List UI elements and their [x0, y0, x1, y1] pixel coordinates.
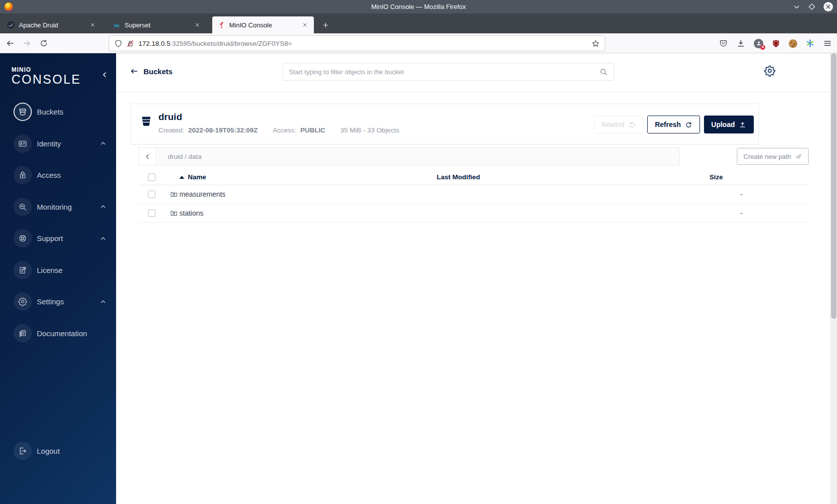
window-titlebar: MinIO Console — Mozilla Firefox — [0, 0, 837, 13]
sidebar-item-label: Identity — [37, 139, 61, 148]
chevron-up-icon[interactable] — [100, 204, 106, 210]
menu-hamburger-icon[interactable] — [823, 39, 832, 48]
tab-apache-druid[interactable]: Apache Druid — [2, 16, 102, 33]
path-bar: druid / data Create new path — [139, 147, 809, 165]
close-tab-icon[interactable] — [193, 21, 201, 29]
tab-superset[interactable]: ∞ Superset — [108, 16, 206, 33]
object-name[interactable]: measurements — [179, 190, 226, 198]
collapse-sidebar-icon[interactable] — [101, 71, 108, 78]
column-header-name[interactable]: Name — [179, 173, 206, 181]
minio-console-logo: MINIO CONSOLE — [11, 66, 81, 87]
minimize-icon[interactable] — [793, 3, 800, 10]
account-icon[interactable]: ✕ — [754, 39, 763, 48]
gear-icon — [13, 292, 32, 311]
filter-objects-search[interactable] — [282, 63, 614, 81]
documentation-icon — [13, 324, 32, 343]
arrow-left-icon — [130, 67, 139, 76]
sidebar-item-label: Settings — [37, 297, 64, 306]
new-path-icon — [795, 153, 802, 160]
search-icon — [599, 68, 608, 76]
sidebar-item-documentation[interactable]: Documentation — [0, 318, 116, 350]
shield-icon[interactable] — [114, 39, 123, 48]
maximize-icon[interactable] — [808, 3, 816, 10]
license-icon — [13, 261, 32, 279]
back-icon[interactable] — [3, 36, 17, 50]
chevron-up-icon[interactable] — [100, 299, 106, 305]
bucket-size-summary: 35 MiB - 33 Objects — [340, 126, 400, 134]
new-tab-icon[interactable] — [319, 18, 332, 31]
scrollbar-thumb[interactable] — [831, 53, 837, 319]
support-icon — [13, 229, 32, 248]
reload-icon[interactable] — [37, 36, 51, 50]
forward-icon[interactable] — [20, 36, 34, 50]
search-input[interactable] — [289, 68, 599, 76]
sidebar-item-label: License — [37, 266, 63, 274]
close-window-icon[interactable] — [824, 2, 833, 11]
url-text[interactable]: 172.18.0.5:32595/buckets/druid/browse/ZG… — [139, 40, 591, 47]
column-header-last-modified[interactable]: Last Modified — [409, 173, 508, 181]
sidebar-item-settings[interactable]: Settings — [0, 286, 116, 318]
chevron-up-icon[interactable] — [100, 140, 106, 146]
chevron-up-icon[interactable] — [100, 236, 106, 242]
lock-icon — [13, 166, 32, 184]
sidebar-item-support[interactable]: Support — [0, 223, 116, 254]
sidebar-item-label: Monitoring — [37, 203, 72, 211]
pocket-icon[interactable] — [719, 39, 728, 48]
breadcrumb: druid / data — [156, 147, 680, 165]
object-size: - — [726, 209, 756, 217]
object-name[interactable]: stations — [179, 209, 203, 217]
ublock-origin-icon[interactable] — [772, 39, 780, 48]
close-tab-icon[interactable] — [89, 21, 97, 29]
extension-asterisk-icon[interactable] — [806, 39, 815, 48]
bookmark-star-icon[interactable] — [591, 39, 600, 48]
sidebar-item-access[interactable]: Access — [0, 159, 116, 191]
vertical-scrollbar[interactable] — [830, 53, 837, 504]
tab-label: Apache Druid — [19, 21, 89, 29]
tab-label: Superset — [125, 21, 193, 29]
path-back-button[interactable] — [139, 147, 156, 165]
row-checkbox[interactable] — [148, 191, 155, 198]
bucket-summary-card: druid Created: 2022-08-19T05:32:09Z Acce… — [131, 104, 759, 144]
downloads-icon[interactable] — [736, 39, 745, 48]
select-all-checkbox[interactable] — [148, 174, 155, 181]
bucket-name: druid — [158, 112, 182, 123]
create-new-path-button[interactable]: Create new path — [737, 148, 809, 165]
upload-button[interactable]: Upload — [704, 116, 754, 133]
row-checkbox[interactable] — [148, 209, 155, 217]
tab-minio-console[interactable]: MinIO Console — [212, 16, 314, 33]
minio-sidebar: MINIO CONSOLE Buckets Identity — [0, 53, 116, 504]
close-tab-icon[interactable] — [301, 21, 309, 29]
access-value: PUBLIC — [300, 126, 325, 134]
insecure-lock-icon[interactable] — [126, 39, 135, 48]
upload-label: Upload — [711, 121, 735, 128]
rewind-button[interactable]: Rewind — [594, 116, 644, 133]
table-row-measurements[interactable]: measurements - — [139, 185, 809, 204]
sidebar-item-license[interactable]: License — [0, 254, 116, 286]
refresh-button[interactable]: Refresh — [647, 116, 699, 133]
url-bar[interactable]: 172.18.0.5:32595/buckets/druid/browse/ZG… — [109, 35, 605, 51]
tab-label: MinIO Console — [229, 21, 301, 29]
cookie-icon[interactable] — [789, 39, 797, 48]
sidebar-item-identity[interactable]: Identity — [0, 128, 116, 160]
folder-icon — [170, 209, 178, 217]
settings-gear-icon[interactable] — [764, 65, 776, 77]
bucket-meta: Created: 2022-08-19T05:32:09Z Access: PU… — [158, 126, 399, 134]
sidebar-item-buckets[interactable]: Buckets — [0, 96, 116, 128]
refresh-icon — [685, 121, 693, 128]
browser-toolbar: 172.18.0.5:32595/buckets/druid/browse/ZG… — [0, 33, 837, 53]
column-header-size[interactable]: Size — [709, 173, 723, 181]
table-row-stations[interactable]: stations - — [139, 204, 809, 223]
tab-bar: Apache Druid ∞ Superset MinIO Console — [0, 13, 837, 33]
sidebar-item-monitoring[interactable]: Monitoring — [0, 191, 116, 223]
sidebar-item-label: Access — [37, 171, 61, 179]
logout-icon — [13, 442, 32, 460]
sidebar-item-logout[interactable]: Logout — [0, 435, 116, 467]
created-value: 2022-08-19T05:32:09Z — [188, 126, 258, 134]
back-to-buckets-link[interactable]: Buckets — [130, 67, 172, 76]
id-card-icon — [13, 134, 32, 153]
main-panel: Buckets druid Created: 2022-08-19T05:32:… — [116, 53, 830, 504]
app-header: Buckets — [116, 53, 830, 91]
window-title: MinIO Console — Mozilla Firefox — [0, 3, 837, 10]
refresh-label: Refresh — [655, 121, 681, 128]
back-label: Buckets — [143, 67, 172, 76]
